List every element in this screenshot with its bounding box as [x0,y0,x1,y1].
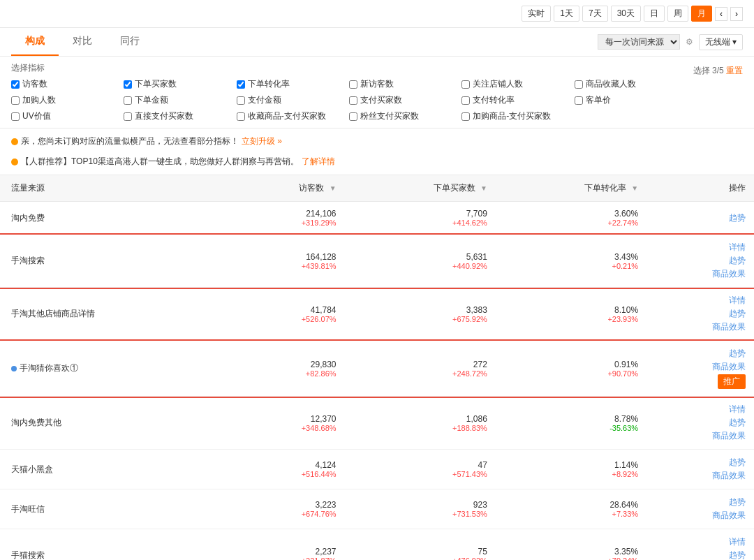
order-rate-change: +90.70% [607,369,638,378]
action-趋势-link[interactable]: 趋势 [729,212,746,224]
order-rate-number: 0.91% [614,360,638,369]
reset-button[interactable]: 重置 [726,66,743,75]
action-商品效果-link[interactable]: 商品效果 [712,361,746,373]
metrics-label: 选择指标 [11,62,687,74]
metric-order-buyers[interactable]: 下单买家数 [124,78,236,90]
metric-direct-pay[interactable]: 直接支付买家数 [124,110,236,122]
action-趋势-link[interactable]: 趋势 [729,348,746,360]
metric-add-cart[interactable]: 加购人数 [11,94,124,106]
7day-btn[interactable]: 7天 [582,6,608,22]
day-btn[interactable]: 日 [644,6,665,22]
visitors-change: +221.87% [302,557,337,561]
metric-order-amount[interactable]: 下单金额 [124,94,236,106]
metric-fans-pay[interactable]: 粉丝支付买家数 [349,110,461,122]
next-btn[interactable]: › [730,7,743,21]
action-趋势-link[interactable]: 趋势 [729,255,746,267]
col-order-rate[interactable]: 下单转化率 ▼ [496,175,646,202]
order-buyers-number: 3,383 [466,305,487,315]
visitors-change: +674.76% [302,510,337,518]
metric-uv-value[interactable]: UV价值 [11,110,124,122]
attribution-dropdown[interactable]: 每一次访同来源 [598,34,680,50]
metric-pay-amount[interactable]: 支付金额 [237,94,349,106]
order-buyers-change: +476.92% [452,557,487,561]
metric-order-rate[interactable]: 下单转化率 [237,78,349,90]
action-详情-link[interactable]: 详情 [729,536,746,548]
order-rate-change: +79.24% [607,557,638,561]
metric-fav-buyers[interactable]: 收藏商品-支付买家数 [237,110,349,122]
tab-composition[interactable]: 构成 [11,28,59,56]
order-buyers-cell: 272+248.72% [345,341,496,397]
action-cell: 详情趋势商品效果 [646,235,754,288]
order-rate-cell: 8.10%+23.93% [496,288,646,341]
1day-btn[interactable]: 1天 [554,6,579,22]
metric-new-customers[interactable]: 新访客数 [349,78,461,90]
visitors-cell: 4,124+516.44% [221,450,344,489]
realtime-btn[interactable]: 实时 [522,6,551,22]
30day-btn[interactable]: 30天 [611,6,641,22]
table-row: 淘内免费214,106+319.29%7,709+414.62%3.60%+22… [0,202,754,235]
action-详情-link[interactable]: 详情 [729,295,746,307]
col-order-buyers[interactable]: 下单买家数 ▼ [345,175,496,202]
order-buyers-change: +571.43% [452,470,487,478]
metric-pay-rate[interactable]: 支付转化率 [461,94,574,106]
table-row: 手淘旺信3,223+674.76%923+731.53%28.64%+7.33%… [0,489,754,529]
order-buyers-change: +188.83% [452,424,487,432]
action-趋势-link[interactable]: 趋势 [729,496,746,508]
order-rate-cell: 1.14%+8.92% [496,450,646,489]
source-name: 手淘搜索 [11,256,45,265]
order-buyers-change: +248.72% [452,369,487,378]
visitors-number: 41,784 [311,305,337,315]
action-商品效果-link[interactable]: 商品效果 [712,321,746,333]
source-cell: 淘内免费 [0,202,221,235]
action-商品效果-link[interactable]: 商品效果 [712,470,746,482]
source-dot [11,366,17,371]
action-商品效果-link[interactable]: 商品效果 [712,430,746,442]
action-商品效果-link[interactable]: 商品效果 [712,268,746,280]
visitors-change: +82.86% [306,369,337,378]
action-趋势-link[interactable]: 趋势 [729,457,746,469]
month-btn[interactable]: 月 [691,6,712,22]
order-buyers-number: 7,709 [466,209,487,219]
action-商品效果-link[interactable]: 商品效果 [712,510,746,522]
metric-pay-buyers[interactable]: 支付买家数 [349,94,461,106]
table-header-row: 流量来源 访客数 ▼ 下单买家数 ▼ 下单转化率 ▼ 操作 [0,175,754,202]
channel-dropdown[interactable]: 无线端 ▾ [699,34,743,50]
source-cell: 手淘其他店铺商品详情 [0,288,221,341]
table-row: 手淘猜你喜欢①29,830+82.86%272+248.72%0.91%+90.… [0,341,754,397]
action-详情-link[interactable]: 详情 [729,404,746,415]
prev-btn[interactable]: ‹ [715,7,727,21]
visitors-number: 29,830 [311,360,337,369]
visitors-number: 2,237 [316,547,337,557]
metric-unit-price[interactable]: 客单价 [575,94,687,106]
visitors-number: 4,124 [316,460,337,470]
col-visitors[interactable]: 访客数 ▼ [221,175,344,202]
week-btn[interactable]: 周 [667,6,688,22]
visitors-cell: 41,784+526.07% [221,288,344,341]
visitors-number: 3,223 [316,500,337,510]
tab-compare[interactable]: 对比 [59,28,106,56]
sort-visitors-icon: ▼ [330,184,337,192]
source-cell: 淘内免费其他 [0,397,221,450]
setting-icon[interactable]: ⚙ [686,37,693,47]
metric-follow-store[interactable]: 关注店铺人数 [461,78,574,90]
action-趋势-link[interactable]: 趋势 [729,417,746,429]
metric-visitors[interactable]: 访客数 [11,78,124,90]
visitors-cell: 164,128+439.81% [221,235,344,288]
action-趋势-link[interactable]: 趋势 [729,550,746,560]
metric-add-cart-pay[interactable]: 加购商品-支付买家数 [461,110,574,122]
action-趋势-link[interactable]: 趋势 [729,308,746,320]
action-详情-link[interactable]: 详情 [729,242,746,253]
action-promote-btn[interactable]: 推广 [718,374,746,389]
upgrade-link[interactable]: 立刻升级 » [242,135,282,147]
traffic-table: 流量来源 访客数 ▼ 下单买家数 ▼ 下单转化率 ▼ 操作 淘内免费214,10… [0,175,754,560]
action-cell: 详情趋势商品效果 [646,288,754,341]
metric-fav-products[interactable]: 商品收藏人数 [575,78,687,90]
tab-peers[interactable]: 同行 [106,28,154,56]
order-rate-number: 28.64% [609,500,638,510]
order-rate-number: 1.14% [614,460,638,470]
detail-link[interactable]: 了解详情 [302,156,335,168]
table-row: 手淘其他店铺商品详情41,784+526.07%3,383+675.92%8.1… [0,288,754,341]
action-cell: 趋势商品效果 [646,489,754,529]
visitors-change: +516.44% [302,470,337,478]
visitors-cell: 3,223+674.76% [221,489,344,529]
